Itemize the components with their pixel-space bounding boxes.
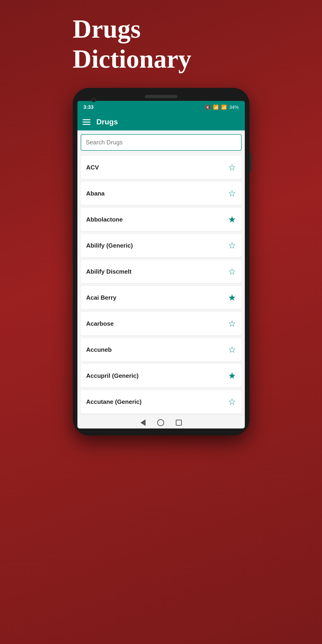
status-time: 3:33 — [84, 104, 94, 110]
hamburger-menu-icon[interactable] — [82, 119, 90, 125]
drug-item-abana[interactable]: Abana ☆ — [81, 182, 242, 205]
wifi-icon: 📶 — [213, 104, 219, 110]
drug-name-abana: Abana — [86, 190, 104, 197]
home-button-icon[interactable] — [157, 419, 164, 426]
drug-item-abbolactone[interactable]: Abbolactone ★ — [81, 208, 242, 231]
app-toolbar: Drugs — [78, 114, 245, 130]
favorite-star-acarbose[interactable]: ☆ — [228, 318, 236, 329]
drug-name-abilify-discmelt: Abilify Discmelt — [86, 268, 132, 275]
battery-indicator: 34% — [229, 104, 238, 110]
drug-item-accutane-generic[interactable]: Accutane (Generic) ☆ — [81, 390, 242, 413]
page-title: Drugs Dictionary — [73, 14, 250, 74]
hamburger-line-3 — [82, 124, 90, 125]
drug-item-acv[interactable]: ACV ☆ — [81, 156, 242, 179]
phone-screen: 3:33 🔇 📶 📶 34% Drugs ACV — [78, 101, 245, 428]
drug-name-acv: ACV — [86, 164, 99, 171]
favorite-star-abilify-discmelt[interactable]: ☆ — [228, 266, 236, 277]
search-input[interactable] — [86, 139, 236, 146]
mute-icon: 🔇 — [205, 104, 211, 110]
status-bar: 3:33 🔇 📶 📶 34% — [78, 101, 245, 114]
favorite-star-accutane-generic[interactable]: ☆ — [228, 397, 236, 407]
drug-name-acai-berry: Acai Berry — [86, 294, 116, 301]
favorite-star-accupril-generic[interactable]: ★ — [228, 370, 236, 381]
drug-item-accupril-generic[interactable]: Accupril (Generic) ★ — [81, 364, 242, 387]
phone-side-button — [250, 153, 251, 172]
drug-name-accuneb: Accuneb — [86, 346, 112, 354]
drug-list: ACV ☆ Abana ☆ Abbolactone ★ Abilify (Gen… — [78, 154, 245, 415]
phone-frame: 3:33 🔇 📶 📶 34% Drugs ACV — [73, 88, 250, 436]
hamburger-line-2 — [82, 122, 90, 122]
drug-name-abbolactone: Abbolactone — [86, 216, 123, 223]
hamburger-line-1 — [82, 119, 90, 120]
phone-top-bar — [78, 95, 245, 98]
drug-name-abilify-generic: Abilify (Generic) — [86, 242, 133, 249]
favorite-star-acai-berry[interactable]: ★ — [228, 292, 236, 303]
drug-item-acai-berry[interactable]: Acai Berry ★ — [81, 286, 242, 309]
phone-camera — [91, 98, 96, 102]
phone-nav-bar — [78, 415, 245, 428]
back-button-icon[interactable] — [140, 420, 146, 426]
drug-item-accuneb[interactable]: Accuneb ☆ — [81, 338, 242, 361]
status-icons: 🔇 📶 📶 34% — [205, 104, 238, 110]
search-bar-container — [81, 134, 242, 151]
favorite-star-abilify-generic[interactable]: ☆ — [228, 240, 236, 251]
drug-item-acarbose[interactable]: Acarbose ☆ — [81, 312, 242, 335]
drug-name-accutane-generic: Accutane (Generic) — [86, 398, 142, 406]
signal-icon: 📶 — [221, 104, 227, 110]
drug-item-abilify-generic[interactable]: Abilify (Generic) ☆ — [81, 234, 242, 257]
favorite-star-abana[interactable]: ☆ — [228, 188, 236, 198]
phone-speaker — [145, 95, 178, 98]
toolbar-title: Drugs — [96, 118, 118, 126]
favorite-star-acv[interactable]: ☆ — [228, 162, 236, 172]
drug-name-accupril-generic: Accupril (Generic) — [86, 372, 138, 380]
favorite-star-accuneb[interactable]: ☆ — [228, 344, 236, 355]
drug-name-acarbose: Acarbose — [86, 320, 114, 327]
drug-item-abilify-discmelt[interactable]: Abilify Discmelt ☆ — [81, 260, 242, 283]
favorite-star-abbolactone[interactable]: ★ — [228, 214, 236, 224]
recents-button-icon[interactable] — [176, 420, 182, 426]
